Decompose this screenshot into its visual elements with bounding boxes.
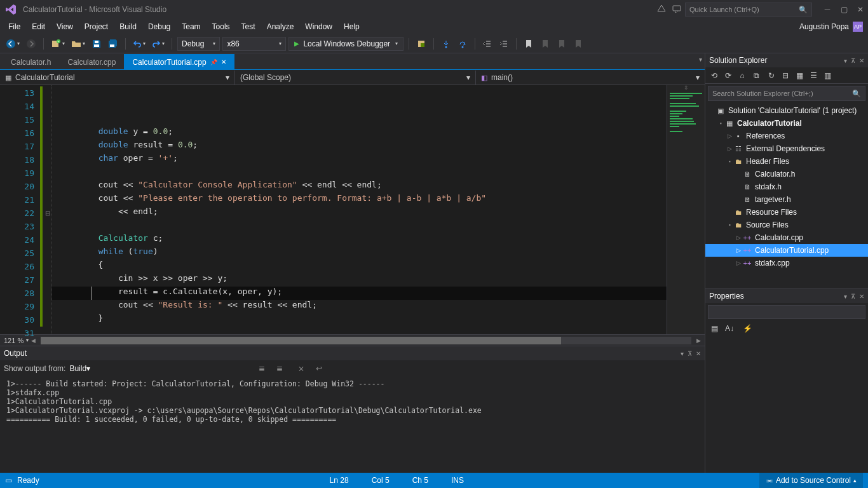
expand-icon[interactable]: ▷ — [735, 234, 742, 241]
se-back-icon[interactable]: ⟲ — [708, 69, 721, 82]
output-clear-icon[interactable]: ⨯ — [294, 362, 308, 376]
toolbar-btn-1[interactable] — [414, 37, 428, 51]
menu-help[interactable]: Help — [338, 20, 365, 33]
save-all-button[interactable] — [106, 37, 120, 51]
menu-build[interactable]: Build — [114, 20, 142, 33]
se-home-icon[interactable]: ⌂ — [736, 69, 749, 82]
props-events-icon[interactable]: ⚡ — [741, 322, 754, 335]
solution-config-combo[interactable]: Debug▾ — [177, 37, 220, 51]
solution-explorer-tree[interactable]: ▣Solution 'CalculatorTutorial' (1 projec… — [705, 103, 868, 288]
se-close-icon[interactable]: ✕ — [859, 57, 864, 64]
document-tab[interactable]: Calculator.cpp — [59, 54, 124, 69]
output-prev-icon[interactable]: ≣ — [255, 362, 269, 376]
nav-forward-button[interactable] — [24, 37, 38, 51]
tree-node[interactable]: 🗎targetver.h — [705, 193, 868, 206]
minimize-button[interactable]: ─ — [824, 6, 831, 13]
tree-node[interactable]: ▪🖿Source Files — [705, 219, 868, 231]
expand-icon[interactable]: ▪ — [726, 222, 733, 228]
nav-scope-combo[interactable]: (Global Scope)▾ — [235, 71, 476, 85]
output-dropdown-icon[interactable]: ▾ — [681, 350, 684, 357]
expand-icon[interactable]: ▷ — [726, 133, 733, 139]
output-text[interactable]: 1>------ Build started: Project: Calcula… — [0, 377, 705, 473]
add-source-control-button[interactable]: ⫘ Add to Source Control ▴ — [759, 473, 863, 488]
tree-node[interactable]: ▷++stdafx.cpp — [705, 257, 868, 269]
solution-explorer-search[interactable]: Search Solution Explorer (Ctrl+;) 🔍 — [708, 86, 865, 101]
tree-node[interactable]: ▪▦CalculatorTutorial — [705, 117, 868, 130]
maximize-button[interactable]: ▢ — [840, 6, 848, 13]
nav-back-button[interactable]: ▾ — [4, 37, 22, 51]
expand-icon[interactable]: ▷ — [735, 247, 742, 254]
scroll-right-icon[interactable]: ▶ — [696, 337, 701, 344]
fold-gutter[interactable]: ⊟ — [43, 85, 52, 334]
se-sync-icon[interactable]: ⧉ — [750, 69, 763, 82]
output-next-icon[interactable]: ≣ — [273, 362, 287, 376]
expand-icon[interactable]: ▪ — [717, 120, 724, 126]
menu-test[interactable]: Test — [236, 20, 261, 33]
indent-more-icon[interactable] — [497, 37, 511, 51]
undo-button[interactable]: ▾ — [131, 37, 147, 51]
step-into-icon[interactable] — [439, 37, 453, 51]
quick-launch-input[interactable]: Quick Launch (Ctrl+Q) 🔍 — [685, 3, 812, 17]
menu-tools[interactable]: Tools — [207, 20, 236, 33]
tree-node[interactable]: ▷++CalculatorTutorial.cpp — [705, 244, 868, 257]
menu-file[interactable]: File — [3, 20, 26, 33]
tree-node[interactable]: ▷▪References — [705, 130, 868, 142]
split-grip-icon[interactable]: ⇳ — [667, 85, 705, 91]
se-properties-icon[interactable]: ☰ — [807, 69, 820, 82]
tree-node[interactable]: ▷++Calculator.cpp — [705, 231, 868, 244]
start-debug-button[interactable]: ▶ Local Windows Debugger ▾ — [288, 37, 403, 51]
menu-window[interactable]: Window — [299, 20, 338, 33]
bookmark-clear-icon[interactable] — [571, 37, 585, 51]
tree-node[interactable]: 🖿Resource Files — [705, 206, 868, 219]
se-refresh-icon[interactable]: ↻ — [765, 69, 778, 82]
se-forward-icon[interactable]: ⟳ — [722, 69, 735, 82]
notification-icon[interactable] — [657, 4, 667, 15]
props-categorized-icon[interactable]: ▤ — [708, 322, 721, 335]
redo-button[interactable]: ▾ — [150, 37, 166, 51]
props-dropdown-icon[interactable]: ▾ — [844, 293, 847, 300]
step-over-icon[interactable] — [456, 37, 470, 51]
se-showall-icon[interactable]: ▦ — [793, 69, 806, 82]
tree-node[interactable]: ▪🖿Header Files — [705, 155, 868, 168]
output-wrap-icon[interactable]: ↩ — [312, 362, 326, 376]
menu-project[interactable]: Project — [79, 20, 114, 33]
menu-team[interactable]: Team — [176, 20, 206, 33]
menu-analyze[interactable]: Analyze — [261, 20, 300, 33]
bookmark-prev-icon[interactable] — [538, 37, 552, 51]
horizontal-scrollbar[interactable] — [41, 337, 691, 344]
output-pin-icon[interactable]: ⊼ — [688, 350, 692, 357]
tree-node[interactable]: ▷☷External Dependencies — [705, 142, 868, 155]
bookmark-next-icon[interactable] — [555, 37, 569, 51]
expand-icon[interactable]: ▷ — [735, 260, 742, 266]
se-preview-icon[interactable]: ▥ — [821, 69, 834, 82]
props-close-icon[interactable]: ✕ — [859, 293, 864, 300]
properties-object-combo[interactable] — [708, 305, 865, 319]
props-alpha-icon[interactable]: A↓ — [723, 322, 736, 335]
expand-icon[interactable]: ▪ — [726, 158, 733, 165]
tree-node[interactable]: ▣Solution 'CalculatorTutorial' (1 projec… — [705, 104, 868, 117]
se-dropdown-icon[interactable]: ▾ — [844, 57, 847, 64]
props-pin-icon[interactable]: ⊼ — [851, 293, 855, 300]
bookmark-icon[interactable] — [522, 37, 536, 51]
user-account[interactable]: Augustin Popa AP — [799, 22, 865, 32]
pin-icon[interactable]: 📌 — [210, 59, 217, 65]
nav-member-combo[interactable]: ◧main()▾ — [476, 71, 705, 85]
close-button[interactable]: ✕ — [857, 6, 864, 13]
close-tab-icon[interactable]: ✕ — [221, 58, 226, 65]
nav-project-combo[interactable]: ▦CalculatorTutorial▾ — [0, 71, 235, 85]
menu-debug[interactable]: Debug — [142, 20, 176, 33]
overview-ruler[interactable]: ⇳ — [667, 85, 705, 334]
output-source-combo[interactable]: Build▾ — [69, 364, 247, 373]
document-tab[interactable]: CalculatorTutorial.cpp📌✕ — [124, 54, 234, 69]
menu-view[interactable]: View — [51, 20, 79, 33]
document-tab[interactable]: Calculator.h — [3, 54, 59, 69]
new-project-button[interactable]: +▾ — [49, 37, 67, 51]
solution-platform-combo[interactable]: x86▾ — [222, 37, 286, 51]
se-collapse-icon[interactable]: ⊟ — [779, 69, 792, 82]
indent-less-icon[interactable] — [480, 37, 494, 51]
se-pin-icon[interactable]: ⊼ — [851, 57, 855, 64]
tree-node[interactable]: 🗎stdafx.h — [705, 180, 868, 193]
expand-icon[interactable]: ▷ — [726, 146, 733, 152]
save-button[interactable] — [90, 37, 104, 51]
tab-overflow-button[interactable]: ▾ — [699, 56, 702, 63]
